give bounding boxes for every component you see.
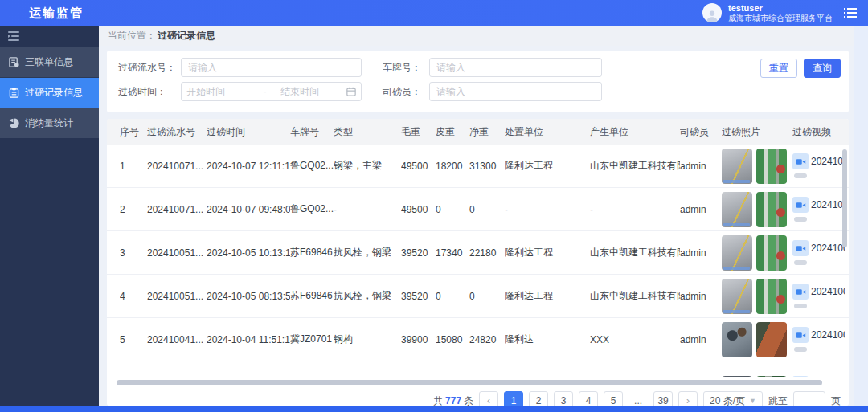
column-header: 净重 [469,125,505,139]
sidebar-menu: 三联单信息 过磅记录信息 消纳量统计 [0,47,99,138]
cell-type: 抗风栓，钢梁 [334,246,401,259]
page-button[interactable]: 5 [604,391,623,406]
cell-type: 抗风栓，钢梁 [334,289,401,303]
cell-weighing-time: 2024-10-04 11:51:16 [207,334,290,345]
weighing-photo-thumbnail[interactable] [722,279,752,314]
cell-producing-unit: - [590,204,680,215]
records-table-card: 序号过磅流水号过磅时间车牌号类型毛重皮重净重处置单位产生单位司磅员过磅照片过磅视… [107,119,849,406]
column-header: 过磅视频 [792,125,849,139]
cell-plate-number: 苏F69846 [290,289,334,303]
video-file-name: 20241004 [811,329,845,341]
video-file-link[interactable]: 20241007 [792,153,845,169]
sidebar-item-consumption-stats[interactable]: 消纳量统计 [0,108,99,138]
page-button[interactable]: 1 [504,391,523,406]
search-button[interactable]: 查询 [804,59,841,78]
column-header: 过磅时间 [207,125,290,139]
table-row[interactable]: 5 202410041... 2024-10-04 11:51:16 冀JZ07… [107,318,849,361]
cell-gross-weight [401,361,436,376]
video-file-icon [792,240,809,256]
video-file-link[interactable]: 20241007 [792,197,845,213]
cell-producing-unit: 山东中凯建工科技有限... [590,159,680,173]
cell-weighing-photos [722,361,792,377]
cell-serial-number: 202410051... [147,291,207,302]
cell-type: 钢梁，主梁 [334,159,401,173]
breadcrumb-prefix: 当前位置： [108,29,156,43]
table-row[interactable]: 3 202410051... 2024-10-05 10:13:15 苏F698… [107,231,849,275]
video-file-icon [792,284,809,300]
cell-tare-weight: 17340 [436,247,469,259]
jump-to-page-input[interactable] [793,391,825,406]
cell-weighing-video: 20241004 [792,327,849,352]
video-file-name: 20241005 [811,243,845,254]
weighing-photo-thumbnail[interactable] [722,149,752,184]
cell-disposal-unit: 隆利达工程 [505,289,590,303]
cell-weighing-photos [722,235,792,271]
reset-button[interactable]: 重置 [760,59,797,78]
filter-panel: 过磅流水号： 车牌号： 过磅时间： - 司磅员： [107,51,849,112]
cell-type: - [334,204,401,215]
page-size-select[interactable]: 20 条/页 ▼ [703,391,763,406]
user-avatar[interactable] [702,3,722,22]
weighing-photo-thumbnail[interactable] [722,192,752,227]
cell-weigher [680,361,722,376]
prev-page-button[interactable]: ‹ [479,391,498,406]
weighing-photo-thumbnail[interactable] [756,149,787,184]
horizontal-scrollbar-track [107,377,849,387]
column-header: 处置单位 [505,125,590,139]
cell-plate-number [290,361,334,376]
column-header: 皮重 [436,125,469,139]
weighing-photo-thumbnail[interactable] [756,322,787,357]
cell-serial-number [147,361,207,376]
video-file-link[interactable]: 20241005 [792,240,845,256]
page-button[interactable]: 2 [529,391,548,406]
cell-net-weight: 24820 [469,334,505,345]
weigher-input[interactable] [429,82,602,101]
date-range-picker[interactable]: - [181,82,362,101]
weighing-photo-thumbnail[interactable] [722,322,752,357]
start-time-input[interactable] [186,86,249,97]
video-more-badge [794,304,807,308]
cell-seq [120,361,147,376]
table-row[interactable]: 2 202410071... 2024-10-07 09:48:04 鲁GQ02… [107,188,849,231]
next-page-button[interactable]: › [678,391,698,406]
sidebar-item-label: 消纳量统计 [25,116,73,130]
page-button[interactable]: 4 [579,391,598,406]
cell-tare-weight: 15080 [436,334,469,345]
plate-number-input[interactable] [429,58,602,77]
weighing-photo-thumbnail[interactable] [756,279,787,314]
weighing-photo-thumbnail[interactable] [756,192,787,227]
sidebar-item-trip-ticket-info[interactable]: 三联单信息 [0,47,99,77]
total-count: 共777条 [433,394,473,406]
weighing-photo-thumbnail[interactable] [756,235,787,271]
list-menu-icon[interactable] [844,7,857,18]
vertical-scrollbar[interactable] [842,149,847,247]
cell-net-weight: 0 [469,204,505,215]
cell-weigher: admin [680,161,722,172]
cell-weighing-time: 2024-10-07 09:48:04 [207,204,290,215]
horizontal-scrollbar[interactable] [117,380,822,385]
weigher-label: 司磅员： [383,85,429,99]
cell-weighing-time: 2024-10-05 10:13:15 [207,247,290,259]
page-ellipsis: ... [628,391,648,406]
table-row-partial[interactable] [107,361,849,377]
weighing-photo-thumbnail[interactable] [722,376,752,377]
column-header: 车牌号 [290,125,334,139]
page-button[interactable]: 3 [554,391,573,406]
video-file-link[interactable]: 20241004 [792,327,845,343]
weighing-photo-thumbnail[interactable] [722,235,752,271]
weighing-photo-thumbnail[interactable] [756,376,787,377]
table-row[interactable]: 1 202410071... 2024-10-07 12:11:13 鲁GQ02… [107,145,849,188]
cell-gross-weight: 39520 [401,291,436,302]
video-more-badge [794,347,807,352]
end-time-input[interactable] [280,86,343,97]
pagination-bar: 共777条 ‹ 12345...39 › 20 条/页 ▼ 跳至 页 [107,387,849,406]
video-file-link[interactable]: 20241005 [792,284,845,300]
cell-weighing-time: 2024-10-07 12:11:13 [207,161,290,172]
page-button[interactable]: 39 [653,391,673,406]
serial-number-input[interactable] [181,58,362,77]
sidebar-collapse-icon[interactable] [8,31,19,41]
table-row[interactable]: 4 202410051... 2024-10-05 08:13:58 苏F698… [107,275,849,318]
sidebar-item-weighing-records[interactable]: 过磅记录信息 [0,77,99,108]
cell-disposal-unit: 隆利达 [505,332,590,346]
cell-weighing-time: 2024-10-05 08:13:58 [207,291,290,302]
